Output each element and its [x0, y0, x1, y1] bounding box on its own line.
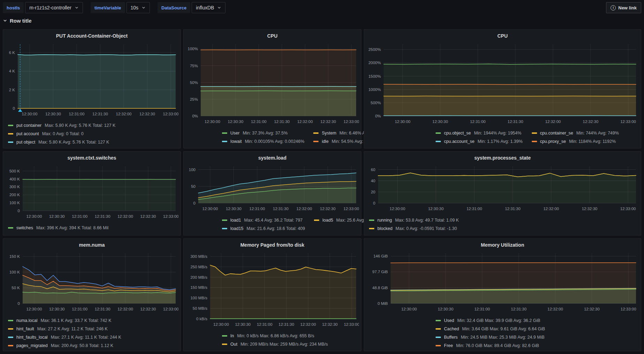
- legend-series-stats: Max: 0 Avg: -0.0591 Total: -1.30: [396, 226, 457, 231]
- legend-item-used[interactable]: UsedMin: 32.4 GiB Max: 39.9 GiB Avg: 36.…: [436, 317, 545, 324]
- legend-item-iowait[interactable]: IowaitMin: 0.00105% Avg: 0.00246%: [222, 138, 304, 145]
- legend-item-blocked[interactable]: blockedMax: 0 Avg: -0.0591 Total: -1.30: [369, 225, 459, 232]
- legend-item-hint-faults-local[interactable]: hint_faults_localMax: 27.1 K Avg: 11.1 K…: [8, 333, 121, 341]
- svg-text:12:31:30: 12:31:30: [95, 214, 110, 218]
- legend-series-name: cpu.account_se: [444, 139, 475, 144]
- svg-text:12:32:00: 12:32:00: [300, 322, 316, 326]
- panel-title[interactable]: PUT Account-Container-Object: [3, 30, 181, 44]
- svg-text:12:30:00: 12:30:00: [395, 120, 411, 124]
- panel-title[interactable]: mem.numa: [3, 239, 181, 253]
- svg-text:0: 0: [373, 201, 375, 205]
- svg-text:50: 50: [191, 184, 196, 188]
- svg-text:12:32:30: 12:32:30: [584, 307, 600, 311]
- legend-item-user[interactable]: UserMin: 37.3% Avg: 37.5%: [222, 129, 304, 137]
- legend-item-in[interactable]: InMin: 0 kB/s Max: 6.86 kB/s Avg: 655 B/…: [222, 332, 328, 340]
- legend-item-cached[interactable]: CachedMin: 3.64 GiB Max: 9.61 GiB Avg: 6…: [436, 325, 545, 333]
- legend-series-stats: Min: 76.0 GiB Max: 89.4 GiB Avg: 82.6 Gi…: [456, 343, 539, 348]
- legend-item-out[interactable]: OutMin: 209 MB/s Max: 259 MB/s Avg: 234 …: [222, 340, 328, 348]
- legend-item-cpu-object-se[interactable]: cpu.object_seMin: 1944% Avg: 1954%: [436, 129, 523, 137]
- legend-series-name: Used: [444, 318, 454, 323]
- time-series-chart[interactable]: 02 K4 K6 K12:30:0012:30:3012:31:0012:31:…: [6, 44, 178, 120]
- svg-text:0 kB/s: 0 kB/s: [196, 317, 207, 321]
- svg-text:12:30:00: 12:30:00: [205, 120, 220, 124]
- legend-item-load1[interactable]: load1Max: 45.4 Avg: 36.2 Total: 797: [222, 216, 305, 224]
- legend-item-put-account[interactable]: put accountMax: 0 Avg: 0 Total: 0: [8, 130, 115, 138]
- legend-series-name: numa.local: [16, 318, 37, 323]
- legend-swatch: [314, 220, 319, 221]
- legend-item-cpu-container-se[interactable]: cpu.container_seMin: 744% Avg: 749%: [532, 129, 619, 137]
- time-series-chart[interactable]: 050 K100 K150 K12:30:0012:30:3012:31:001…: [6, 253, 178, 315]
- legend-item-pages-migrated[interactable]: pages_migratedMax: 200 Avg: 50.8 Total: …: [8, 342, 121, 349]
- svg-text:12:33:00: 12:33:00: [344, 322, 359, 326]
- svg-text:12:30:30: 12:30:30: [49, 307, 65, 311]
- legend-swatch: [8, 227, 13, 229]
- legend-item-cpu-proxy-se[interactable]: cpu.proxy_seMin: 1184% Avg: 1192%: [532, 138, 619, 145]
- legend-item-put-object[interactable]: put objectMax: 5.80 K Avg: 5.76 K Total:…: [8, 138, 115, 146]
- svg-text:12:30:30: 12:30:30: [428, 207, 444, 211]
- svg-text:12:30:30: 12:30:30: [235, 322, 251, 326]
- panel-system-processes-state-5: system.processes_state020406012:30:0012:…: [364, 151, 641, 236]
- time-series-chart[interactable]: 0 MiB48.8 GiB97.7 GiB146 GiB12:30:0012:3…: [367, 253, 639, 315]
- legend-series-name: hint_fault: [16, 326, 34, 331]
- panel-title[interactable]: Memory Utilization: [364, 239, 641, 253]
- legend-item-load15[interactable]: load15Max: 21.6 Avg: 18.6 Total: 409: [222, 225, 305, 232]
- legend-series-stats: Min: 3.64 GiB Max: 9.61 GiB Avg: 6.64 Gi…: [462, 326, 545, 331]
- legend-item-switches[interactable]: switchesMax: 396 K Avg: 394 K Total: 8.6…: [8, 224, 108, 232]
- panel-title[interactable]: system.processes_state: [364, 152, 641, 166]
- legend-item-free[interactable]: FreeMin: 76.0 GiB Max: 89.4 GiB Avg: 82.…: [436, 342, 545, 349]
- legend-swatch: [436, 132, 441, 134]
- panel-title[interactable]: system.ctxt.switches: [3, 152, 181, 166]
- panel-title[interactable]: CPU: [184, 30, 361, 44]
- legend-series-name: load15: [230, 226, 244, 231]
- svg-text:12:32:30: 12:32:30: [320, 120, 336, 124]
- svg-text:12:33:00: 12:33:00: [344, 207, 359, 211]
- legend-item-put-container[interactable]: put containerMax: 5.80 K Avg: 5.76 K Tot…: [8, 122, 115, 129]
- legend-series-stats: Min: 1944% Avg: 1954%: [474, 131, 521, 136]
- panel-memory-paged-from-to-disk-7: Memory Paged from/to disk0 kB/s50 MB/s10…: [183, 238, 361, 351]
- legend-series-stats: Max: 200 Avg: 50.8 Total: 1.12 K: [51, 343, 114, 348]
- svg-text:12:31:30: 12:31:30: [92, 112, 108, 116]
- svg-text:12:31:00: 12:31:00: [72, 214, 87, 218]
- svg-text:12:33:00: 12:33:00: [344, 120, 359, 124]
- svg-text:12:31:30: 12:31:30: [505, 207, 521, 211]
- svg-text:50%: 50%: [190, 80, 198, 85]
- legend-item-hint-fault[interactable]: hint_faultMax: 27.2 K Avg: 11.2 K Total:…: [8, 325, 121, 333]
- legend-series-stats: Min: 744% Avg: 749%: [576, 131, 619, 136]
- svg-text:12:31:00: 12:31:00: [250, 207, 265, 211]
- legend-series-stats: Max: 21.6 Avg: 18.6 Total: 409: [247, 226, 305, 231]
- time-series-chart[interactable]: 0%500%1000%1500%2000%2500%12:30:0012:30:…: [367, 44, 639, 128]
- svg-text:12:31:30: 12:31:30: [95, 307, 110, 311]
- legend-item-numa-local[interactable]: numa.localMax: 36.1 K Avg: 33.7 K Total:…: [8, 317, 121, 324]
- svg-text:12:30:30: 12:30:30: [45, 112, 61, 116]
- legend-item-running[interactable]: runningMax: 53.8 Avg: 49.7 Total: 1.09 K: [369, 216, 459, 224]
- legend-swatch: [8, 345, 13, 346]
- time-series-chart[interactable]: 05010012:30:0012:30:3012:31:0012:31:3012…: [186, 166, 359, 215]
- svg-text:100 K: 100 K: [9, 201, 20, 205]
- legend: switchesMax: 396 K Avg: 394 K Total: 8.6…: [8, 224, 108, 232]
- legend-series-stats: Max: 5.80 K Avg: 5.76 K Total: 127 K: [45, 123, 115, 128]
- panel-put-account-container-object-0: PUT Account-Container-Object02 K4 K6 K12…: [3, 29, 181, 148]
- legend-series-name: pages_migrated: [16, 343, 48, 348]
- legend-swatch: [532, 132, 537, 134]
- time-series-chart[interactable]: 0 kB/s50 MB/s100 MB/s150 MB/s200 MB/s250…: [186, 253, 359, 331]
- legend: UserMin: 37.3% Avg: 37.5%SystemMin: 6.46…: [222, 129, 384, 145]
- legend: InMin: 0 kB/s Max: 6.86 kB/s Avg: 655 B/…: [222, 332, 328, 348]
- time-series-chart[interactable]: 020406012:30:0012:30:3012:31:0012:31:301…: [367, 166, 639, 215]
- time-series-chart[interactable]: 0100 K200 K300 K400 K500 K12:30:0012:30:…: [6, 166, 178, 223]
- legend-swatch: [222, 344, 227, 345]
- panel-title[interactable]: system.load: [184, 152, 361, 166]
- svg-text:200 MB/s: 200 MB/s: [190, 275, 207, 279]
- legend-series-stats: Max: 5.80 K Avg: 5.76 K Total: 127 K: [38, 140, 109, 145]
- legend-swatch: [222, 141, 227, 142]
- time-series-chart[interactable]: 0%25%50%75%100%12:30:0012:30:3012:31:001…: [186, 44, 359, 128]
- svg-text:12:31:00: 12:31:00: [474, 307, 490, 311]
- legend-item-buffers[interactable]: BuffersMin: 24.5 MiB Max: 25.3 MiB Avg: …: [436, 333, 545, 341]
- svg-text:12:33:00: 12:33:00: [620, 207, 636, 211]
- panel-title[interactable]: CPU: [364, 30, 641, 44]
- legend-swatch: [436, 337, 441, 338]
- panel-title[interactable]: Memory Paged from/to disk: [184, 239, 361, 253]
- legend-series-name: User: [230, 131, 239, 136]
- legend-swatch: [436, 141, 441, 142]
- legend-item-cpu-account-se[interactable]: cpu.account_seMin: 1.17% Avg: 1.39%: [436, 138, 523, 145]
- panel-system-ctxt-switches-3: system.ctxt.switches0100 K200 K300 K400 …: [3, 151, 181, 236]
